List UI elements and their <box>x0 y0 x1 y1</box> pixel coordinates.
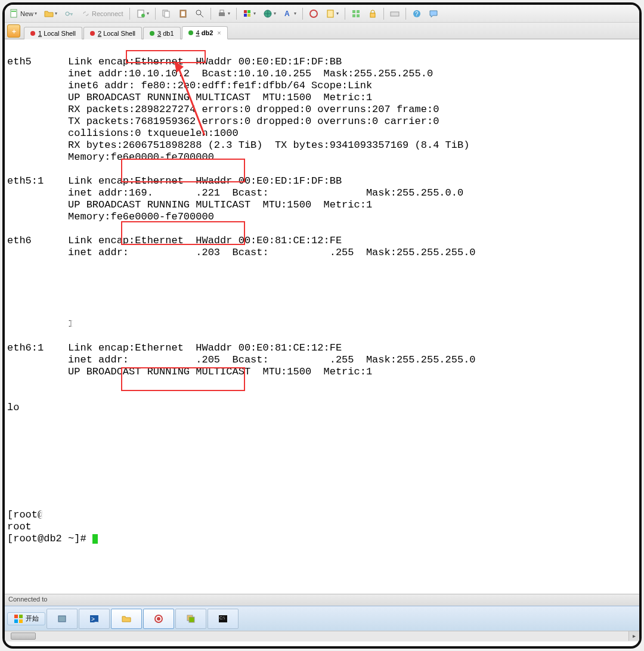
svg-rect-8 <box>181 11 185 16</box>
doc-icon <box>136 9 145 18</box>
status-text: Connected to <box>8 596 47 603</box>
task-powershell[interactable]: >_ <box>79 609 110 629</box>
output-line: root <box>7 521 32 532</box>
folder-icon <box>44 9 54 18</box>
svg-rect-20 <box>352 10 355 13</box>
if-name: eth5 <box>7 56 32 67</box>
svg-rect-40 <box>189 617 194 622</box>
start-button[interactable]: 开始 <box>7 612 45 625</box>
tab-label: db2 <box>202 29 213 36</box>
app-window: New Reconnect A <box>2 2 642 649</box>
task-xshell[interactable] <box>143 609 174 629</box>
svg-rect-14 <box>244 14 247 17</box>
palette-icon <box>243 9 252 18</box>
svg-rect-13 <box>247 10 250 13</box>
folder-icon <box>122 614 131 624</box>
term-line: RX bytes:2606751898288 (2.3 TiB) TX byte… <box>68 140 469 151</box>
main-toolbar: New Reconnect A <box>5 5 639 23</box>
task-rdp[interactable] <box>175 609 206 629</box>
powershell-icon: >_ <box>89 614 99 624</box>
palette-button[interactable] <box>240 8 258 20</box>
svg-rect-34 <box>58 616 66 622</box>
term-line: UP BROADCAST RUNNING MULTICAST MTU:1500 … <box>68 199 372 210</box>
svg-rect-23 <box>357 14 360 17</box>
new-button[interactable]: New <box>7 8 39 20</box>
start-label: 开始 <box>26 614 39 623</box>
svg-rect-19 <box>327 10 333 17</box>
tab-label: db1 <box>163 30 174 37</box>
status-dot-icon <box>30 31 35 36</box>
redacted-area <box>70 257 506 331</box>
tab-accel: 4 <box>196 29 200 36</box>
swirl-icon <box>154 614 163 624</box>
task-server-manager[interactable] <box>47 609 78 629</box>
term-line: TX packets:7681959362 errors:0 dropped:0… <box>68 116 439 127</box>
term-line: RX packets:2898227274 errors:0 dropped:0… <box>68 104 439 115</box>
font-button[interactable]: A <box>281 8 299 20</box>
annotation-box <box>121 221 245 245</box>
svg-rect-15 <box>247 14 250 17</box>
tab-3-db1[interactable]: 3 db1 <box>143 27 181 39</box>
terminal-output[interactable]: eth5 Link encap:Ethernet HWaddr 00:E0:ED… <box>5 39 639 594</box>
profile-button[interactable] <box>134 8 151 20</box>
svg-rect-22 <box>352 14 355 17</box>
tab-bar: ＋ 1 Local Shell 2 Local Shell 3 db1 4 db… <box>5 23 639 39</box>
help-icon: ? <box>412 9 422 18</box>
status-dot-icon <box>150 31 154 36</box>
term-line: Link encap:Ethernet HWaddr 00:E0:81:CE:1… <box>68 342 342 354</box>
annotation-box <box>121 159 245 182</box>
copy-icon <box>162 9 171 18</box>
copy-button[interactable] <box>159 8 174 20</box>
windows-logo-icon <box>14 614 23 624</box>
keyboard-button[interactable] <box>388 8 402 20</box>
printer-icon <box>217 9 227 18</box>
svg-rect-0 <box>11 10 17 17</box>
key-button[interactable] <box>62 8 76 20</box>
open-button[interactable] <box>42 8 60 20</box>
tab-4-db2[interactable]: 4 db2 × <box>182 26 228 39</box>
search-button[interactable] <box>193 8 207 20</box>
term-line: inet6 addr: fe80::2e0:edff:fe1f:dfbb/64 … <box>68 80 372 91</box>
prompt-line: [root@db2 ~]# <box>7 533 92 544</box>
lock-button[interactable] <box>366 8 380 20</box>
scroll-icon <box>326 9 335 18</box>
svg-point-4 <box>141 14 145 17</box>
status-dot-icon <box>188 30 193 35</box>
script-button[interactable] <box>306 8 321 20</box>
grid-button[interactable] <box>349 8 363 20</box>
if-name: eth6:1 <box>7 342 44 354</box>
chat-icon <box>429 9 438 18</box>
svg-rect-30 <box>14 615 18 618</box>
help-button[interactable]: ? <box>410 8 424 20</box>
task-explorer[interactable] <box>111 609 142 629</box>
add-tab-button[interactable]: ＋ <box>7 24 20 38</box>
svg-rect-11 <box>220 10 224 13</box>
task-cmd[interactable]: C:\ <box>208 609 239 629</box>
horizontal-scrollbar[interactable]: ▸ <box>5 631 639 641</box>
macro-button[interactable] <box>323 8 341 20</box>
globe-button[interactable] <box>261 8 278 20</box>
svg-line-28 <box>178 66 205 135</box>
reconnect-button[interactable]: Reconnect <box>79 8 126 20</box>
close-tab-button[interactable]: × <box>217 29 221 36</box>
windows-cascade-icon <box>186 614 196 624</box>
svg-rect-6 <box>165 11 169 17</box>
grid-icon <box>351 9 361 18</box>
cursor <box>92 534 98 544</box>
scrollbar-right-arrow[interactable]: ▸ <box>628 631 639 641</box>
clipboard-icon <box>178 9 188 18</box>
scrollbar-thumb[interactable] <box>11 633 36 640</box>
svg-point-2 <box>66 12 69 16</box>
svg-text:>_: >_ <box>91 616 98 622</box>
chat-button[interactable] <box>426 8 441 20</box>
svg-rect-25 <box>391 12 399 16</box>
paste-button[interactable] <box>176 8 190 20</box>
tab-accel: 3 <box>157 30 161 37</box>
svg-point-9 <box>196 10 201 15</box>
tab-accel: 2 <box>98 30 101 37</box>
tab-1-local-shell[interactable]: 1 Local Shell <box>24 27 82 39</box>
svg-rect-33 <box>19 619 23 623</box>
if-name: lo <box>7 402 19 413</box>
print-button[interactable] <box>215 8 233 20</box>
tab-2-local-shell[interactable]: 2 Local Shell <box>83 27 142 39</box>
